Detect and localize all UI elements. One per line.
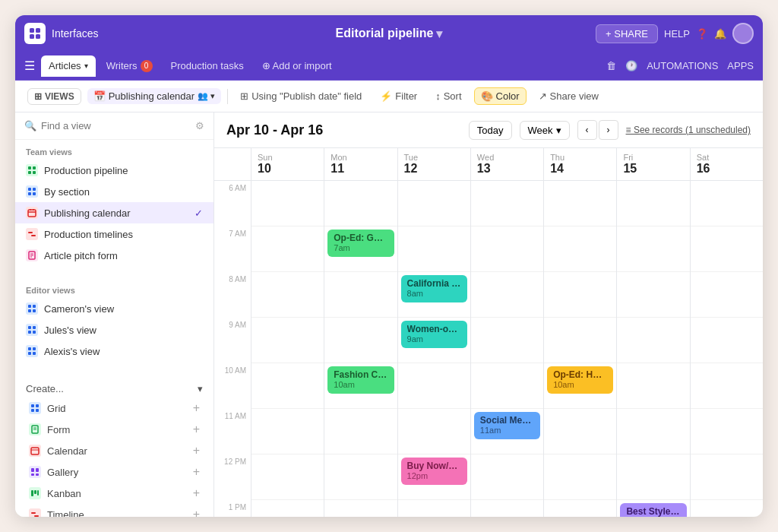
event-best-style[interactable]: Best Style Release... 1pm [620,503,686,517]
svg-rect-5 [33,166,36,169]
editor-view-icon-2 [26,324,38,336]
color-button[interactable]: 🎨 Color [474,87,527,105]
settings-icon[interactable]: ⚙ [195,120,204,131]
svg-rect-0 [30,28,34,33]
prev-arrow[interactable]: ‹ [577,120,597,140]
share-button[interactable]: + SHARE [596,24,658,43]
sidebar-search-container: 🔍 ⚙ [15,112,213,140]
svg-rect-43 [31,468,34,472]
svg-rect-25 [33,309,36,312]
search-input[interactable] [41,120,191,131]
sidebar-item-label: Production pipeline [44,165,128,176]
sidebar-item-alexis-view[interactable]: Alexis's view [15,340,213,362]
time-10am: 10 AM [214,363,251,409]
form-icon [26,249,38,261]
sidebar-item-jules-view[interactable]: Jules's view [15,319,213,340]
sort-button[interactable]: ↕ Sort [429,88,467,104]
question-icon[interactable]: ❓ [696,28,708,40]
time-7am: 7 AM [214,226,251,272]
tab-writers[interactable]: Writers 0 [99,57,160,75]
sidebar-item-production-pipeline[interactable]: Production pipeline [15,160,213,181]
main-body: 🔍 ⚙ Team views Production pipeline By se… [15,112,763,517]
field-selector[interactable]: ⊞ Using "Publish date" field [234,88,368,104]
avatar[interactable] [732,23,754,44]
event-buy-now[interactable]: Buy Now/Pay Later ... 12pm [401,458,467,485]
time-column: 6 AM 7 AM 8 AM 9 AM 10 AM 11 AM 12 PM 1 … [214,181,251,517]
svg-rect-49 [37,490,39,496]
apps-button[interactable]: APPS [727,60,754,71]
create-calendar[interactable]: Calendar + [26,440,203,461]
sidebar-item-article-pitch-form[interactable]: Article pitch form [15,245,213,266]
views-button[interactable]: ⊞ VIEWS [27,88,81,105]
tab-add-import[interactable]: ⊕ Add or import [255,57,340,74]
create-gallery[interactable]: Gallery + [26,461,203,483]
svg-rect-27 [33,326,36,329]
svg-rect-29 [33,331,36,334]
time-1pm: 1 PM [214,500,251,517]
next-arrow[interactable]: › [599,120,618,140]
check-icon: ✓ [194,207,203,219]
app-container: Interfaces Editorial pipeline ▾ + SHARE … [15,15,763,517]
search-icon: 🔍 [24,120,36,131]
automations-button[interactable]: AUTOMATIONS [647,60,718,71]
time-12pm: 12 PM [214,454,251,500]
event-california-gas[interactable]: California Gas Pric... 8am [401,275,467,302]
sidebar: 🔍 ⚙ Team views Production pipeline By se… [15,112,214,517]
svg-rect-28 [28,331,31,334]
tab-production-tasks[interactable]: Production tasks [163,57,251,74]
create-kanban[interactable]: Kanban + [26,483,203,504]
sidebar-item-production-timelines[interactable]: Production timelines [15,223,213,245]
day-col-mon: Op-Ed: Google and... 7am Fashion Collabo… [324,181,397,517]
create-timeline[interactable]: Timeline + [26,504,203,517]
svg-rect-6 [28,171,31,174]
time-6am: 6 AM [214,181,251,226]
today-button[interactable]: Today [469,121,512,140]
sidebar-item-label: Alexis's view [44,346,100,357]
help-button[interactable]: HELP [664,28,690,40]
day-col-wed: Social Media Apps ... 11am Your Sneak Pe… [470,181,543,517]
svg-rect-24 [28,309,31,312]
event-social-media[interactable]: Social Media Apps ... 11am [474,412,540,439]
svg-rect-23 [33,305,36,308]
svg-rect-12 [28,210,36,217]
day-header-mon: Mon 11 [324,148,397,180]
svg-rect-48 [34,490,36,494]
create-header[interactable]: Create... ▾ [26,380,203,397]
trash-icon[interactable]: 🗑 [606,60,616,71]
event-oped-lockd[interactable]: Op-Ed: How Lockd... 10am [547,366,613,394]
tab-articles[interactable]: Articles ▾ [41,55,96,77]
calendar-days-header: Sun 10 Mon 11 Tue 12 Wed 13 [214,148,763,181]
create-form[interactable]: Form + [26,419,203,440]
calendar-icon [26,207,38,219]
sidebar-item-publishing-calendar[interactable]: Publishing calendar ✓ [15,202,213,223]
hamburger-icon[interactable]: ☰ [24,59,35,73]
top-nav-right: + SHARE HELP ❓ 🔔 [596,23,754,44]
event-oped-google[interactable]: Op-Ed: Google and... 7am [327,230,394,257]
svg-rect-7 [33,171,36,174]
production-pipeline-icon [26,164,38,176]
editor-view-icon [26,302,38,315]
page-title: Editorial pipeline ▾ [336,27,443,41]
event-women-owned[interactable]: Women-owned Bra... 9am [401,321,467,348]
unscheduled-link[interactable]: ≡ See records (1 unscheduled) [626,125,751,135]
svg-rect-36 [31,409,34,412]
event-fashion-collab[interactable]: Fashion Collaborati... 10am [327,366,394,394]
create-grid[interactable]: Grid + [26,397,203,419]
time-8am: 8 AM [214,272,251,318]
sidebar-item-by-section[interactable]: By section [15,181,213,202]
app-logo [24,23,46,44]
svg-rect-16 [28,232,33,233]
svg-rect-2 [30,34,34,39]
sidebar-item-camerons-view[interactable]: Cameron's view [15,298,213,319]
week-dropdown[interactable]: Week ▾ [520,121,570,140]
calendar-view-tab[interactable]: 📅 Publishing calendar 👥 ▾ [87,88,222,104]
day-header-sat: Sat 16 [690,148,763,180]
svg-rect-9 [33,188,36,191]
workspace-name: Interfaces [52,27,98,40]
day-col-tue: California Gas Pric... 8am Women-owned B… [397,181,470,517]
history-icon[interactable]: 🕐 [625,60,637,71]
calendar-header: Apr 10 - Apr 16 Today Week ▾ ‹ › ≡ See r… [214,112,763,148]
bell-icon[interactable]: 🔔 [714,28,726,40]
share-view-button[interactable]: ↗ Share view [533,88,605,104]
filter-button[interactable]: ⚡ Filter [374,88,423,104]
